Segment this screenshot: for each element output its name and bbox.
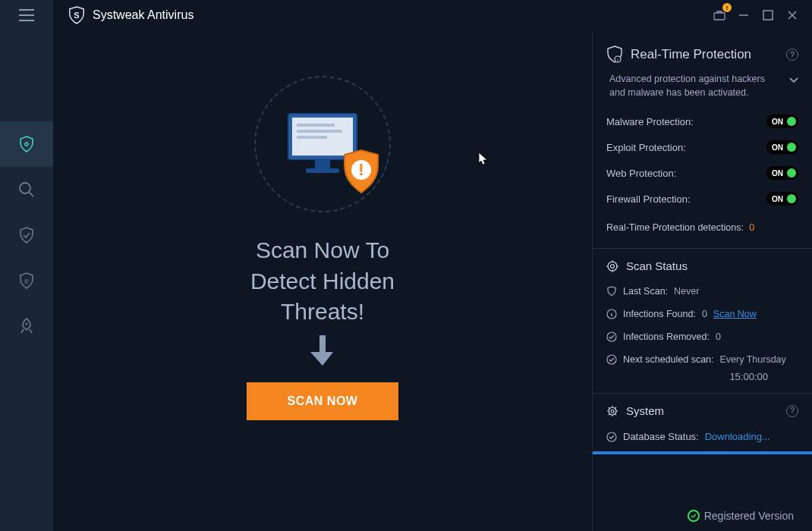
shield-logo-icon: S	[68, 6, 85, 24]
close-icon	[786, 9, 798, 21]
shield-check-icon	[17, 226, 36, 244]
svg-rect-11	[297, 136, 327, 139]
detections-count: 0	[749, 222, 754, 233]
footer-status: Registered Version	[688, 510, 794, 522]
notifications-button[interactable]	[709, 5, 730, 26]
svg-rect-9	[297, 124, 335, 127]
app-logo: S Systweak Antivirus	[68, 6, 194, 24]
svg-rect-1	[714, 13, 725, 20]
right-panel: i Real-Time Protection ? Advanced protec…	[592, 30, 812, 531]
titlebar: S Systweak Antivirus	[0, 0, 812, 30]
rocket-icon	[17, 317, 36, 335]
target-icon	[606, 260, 618, 272]
infections-found-label: Infections Found:	[623, 309, 696, 319]
scanstatus-title: Scan Status	[626, 259, 688, 272]
sidebar-item-quarantine[interactable]	[0, 212, 53, 258]
svg-point-18	[608, 262, 617, 271]
svg-point-25	[607, 432, 616, 441]
alert-shield-icon: !	[341, 149, 382, 194]
exploit-protection-toggle[interactable]	[766, 140, 798, 154]
next-scan-value: Every Thursday	[720, 354, 786, 365]
firewall-protection-label: Firewall Protection:	[606, 193, 691, 205]
svg-point-3	[25, 143, 28, 146]
main-panel: ! Scan Now To Detect Hidden Threats! SCA…	[53, 30, 592, 531]
check-circle-icon	[606, 331, 617, 342]
menu-button[interactable]	[0, 0, 53, 30]
gear-icon	[606, 405, 618, 417]
system-header: System ?	[606, 404, 798, 417]
sidebar: e	[0, 30, 53, 531]
svg-point-6	[26, 323, 28, 325]
exploit-protection-label: Exploit Protection:	[606, 142, 686, 153]
svg-rect-13	[306, 168, 339, 173]
close-button[interactable]	[782, 5, 803, 26]
infections-found-value: 0	[702, 309, 707, 319]
search-icon	[17, 181, 36, 199]
web-protection-label: Web Protection:	[606, 168, 676, 179]
app-title: Systweak Antivirus	[93, 8, 194, 22]
scan-now-link[interactable]: Scan Now	[713, 309, 757, 319]
svg-text:e: e	[24, 277, 29, 285]
hero-graphic: !	[254, 76, 391, 212]
rtprotection-desc: Advanced protection against hackers and …	[609, 73, 783, 99]
svg-rect-10	[297, 130, 342, 133]
db-status-label: Database Status:	[623, 431, 699, 442]
shield-info-icon: i	[606, 46, 623, 64]
scanstatus-header: Scan Status	[606, 259, 798, 272]
infections-removed-label: Infections Removed:	[623, 331, 710, 342]
down-arrow-icon	[309, 334, 336, 370]
registered-check-icon	[688, 510, 700, 522]
minimize-icon	[738, 9, 750, 21]
rtprotection-collapse-button[interactable]	[789, 74, 798, 88]
hamburger-icon	[18, 8, 35, 22]
system-help-button[interactable]: ?	[786, 405, 798, 417]
scan-now-button[interactable]: SCAN NOW	[247, 382, 398, 420]
svg-text:S: S	[74, 11, 79, 20]
sidebar-item-settings-e[interactable]: e	[0, 258, 53, 303]
check-circle-icon	[606, 354, 617, 365]
system-title: System	[626, 404, 664, 417]
svg-rect-2	[763, 11, 773, 20]
sidebar-item-protection[interactable]	[0, 121, 53, 167]
last-scan-value: Never	[674, 286, 699, 297]
firewall-protection-toggle[interactable]	[766, 192, 798, 206]
sidebar-item-scan[interactable]	[0, 167, 53, 212]
minimize-button[interactable]	[733, 5, 754, 26]
hero-line-1: Scan Now To	[250, 235, 395, 266]
shield-lock-icon	[17, 135, 36, 153]
briefcase-icon	[713, 9, 725, 21]
rtprotection-header: i Real-Time Protection ?	[606, 46, 798, 64]
next-scan-label: Next scheduled scan:	[623, 354, 714, 365]
svg-point-21	[607, 332, 616, 341]
db-progress	[593, 451, 812, 454]
detections-label: Real-Time Protection detections:	[606, 222, 744, 233]
shield-e-icon: e	[17, 272, 36, 290]
maximize-button[interactable]	[757, 5, 779, 26]
malware-protection-label: Malware Protection:	[606, 116, 694, 127]
next-scan-time: 15:00:00	[606, 371, 798, 382]
malware-protection-toggle[interactable]	[766, 115, 798, 128]
svg-point-24	[611, 410, 614, 413]
db-status-value: Downloading...	[705, 431, 770, 442]
svg-rect-12	[315, 159, 330, 168]
hero-line-3: Threats!	[250, 297, 395, 328]
svg-point-4	[20, 183, 30, 193]
web-protection-toggle[interactable]	[766, 166, 798, 180]
rtprotection-help-button[interactable]: ?	[786, 49, 798, 61]
svg-point-23	[609, 407, 616, 415]
sidebar-item-optimize[interactable]	[0, 303, 53, 349]
rtprotection-detections: Real-Time Protection detections: 0	[606, 213, 798, 244]
svg-point-22	[607, 355, 616, 364]
hero-text: Scan Now To Detect Hidden Threats!	[250, 235, 395, 328]
info-icon	[606, 309, 617, 319]
maximize-icon	[762, 9, 774, 21]
hero-line-2: Detect Hidden	[250, 266, 395, 297]
shield-small-icon	[606, 286, 617, 297]
registered-label: Registered Version	[704, 510, 794, 522]
check-circle-icon	[606, 432, 617, 442]
svg-text:!: !	[358, 160, 364, 179]
svg-point-19	[611, 264, 615, 268]
svg-text:i: i	[617, 58, 618, 62]
last-scan-label: Last Scan:	[623, 286, 668, 297]
infections-removed-value: 0	[716, 331, 721, 342]
